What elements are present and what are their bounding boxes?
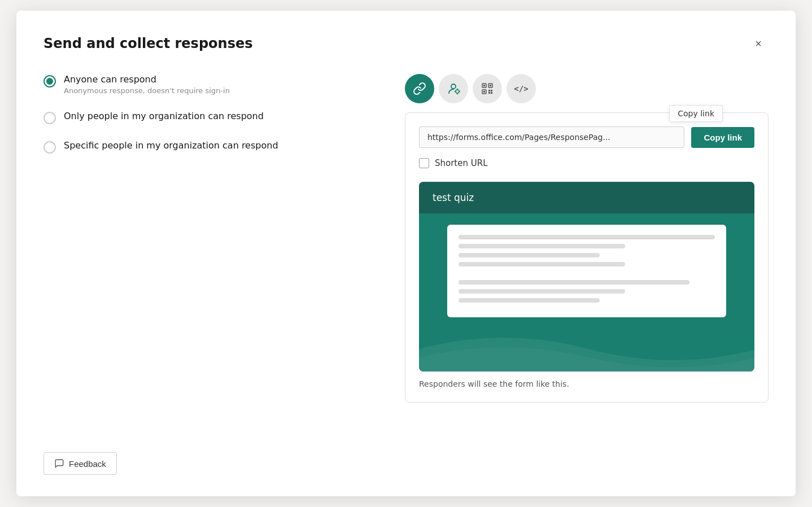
modal-header: Send and collect responses × <box>43 33 769 54</box>
radio-circle-specific <box>43 141 56 154</box>
tab-collaborate[interactable] <box>439 74 468 103</box>
preview-line-2 <box>459 244 625 248</box>
radio-org[interactable]: Only people in my organization can respo… <box>43 111 371 124</box>
right-panel: </> Copy link https://forms.office.com/P… <box>405 74 769 403</box>
preview-line-1 <box>459 235 715 239</box>
svg-rect-9 <box>491 90 492 91</box>
svg-rect-10 <box>488 92 490 94</box>
shorten-row: Shorten URL <box>419 158 754 168</box>
preview-header: test quiz <box>419 182 754 213</box>
send-collect-modal: Send and collect responses × Anyone can … <box>16 11 796 496</box>
radio-anyone-sublabel: Anonymous response, doesn't require sign… <box>64 86 230 95</box>
preview-caption: Responders will see the form like this. <box>419 379 754 388</box>
radio-org-label: Only people in my organization can respo… <box>64 111 264 121</box>
url-display: https://forms.office.com/Pages/ResponseP… <box>419 126 684 148</box>
radio-org-text: Only people in my organization can respo… <box>64 111 264 121</box>
link-icon <box>413 82 426 95</box>
preview-line-4 <box>459 262 625 266</box>
qr-icon <box>481 82 494 95</box>
tab-qr[interactable] <box>473 74 502 103</box>
preview-card: test quiz <box>419 182 754 371</box>
tab-embed[interactable]: </> <box>507 74 536 103</box>
radio-specific-text: Specific people in my organization can r… <box>64 140 278 151</box>
svg-rect-8 <box>488 90 490 91</box>
preview-line-6 <box>459 289 625 294</box>
svg-rect-3 <box>483 85 485 86</box>
copy-link-tooltip: Copy link <box>669 105 723 122</box>
svg-rect-7 <box>483 91 485 93</box>
link-panel: Copy link https://forms.office.com/Pages… <box>405 112 769 403</box>
radio-specific[interactable]: Specific people in my organization can r… <box>43 140 371 154</box>
preview-line-7 <box>459 298 600 303</box>
feedback-icon <box>54 458 64 469</box>
embed-icon: </> <box>514 84 528 93</box>
radio-specific-label: Specific people in my organization can r… <box>64 140 278 151</box>
shorten-label: Shorten URL <box>435 158 488 168</box>
radio-anyone[interactable]: Anyone can respond Anonymous response, d… <box>43 74 371 95</box>
radio-anyone-text: Anyone can respond Anonymous response, d… <box>64 74 230 95</box>
radio-anyone-label: Anyone can respond <box>64 74 230 85</box>
feedback-label: Feedback <box>69 459 106 469</box>
svg-point-1 <box>456 90 459 93</box>
preview-gap <box>459 271 715 280</box>
svg-rect-5 <box>490 85 491 86</box>
preview-content-box <box>447 225 726 317</box>
close-button[interactable]: × <box>748 33 769 54</box>
modal-title: Send and collect responses <box>43 36 253 51</box>
preview-line-5 <box>459 280 689 285</box>
preview-title: test quiz <box>433 192 741 203</box>
radio-circle-org <box>43 112 56 124</box>
preview-wave <box>419 326 754 371</box>
svg-point-0 <box>451 84 456 89</box>
left-panel: Anyone can respond Anonymous response, d… <box>43 74 371 403</box>
tab-link[interactable] <box>405 74 434 103</box>
svg-rect-11 <box>491 92 492 94</box>
copy-link-button[interactable]: Copy link <box>691 127 754 148</box>
preview-line-3 <box>459 253 600 257</box>
tab-row: </> <box>405 74 769 103</box>
url-row: https://forms.office.com/Pages/ResponseP… <box>419 126 754 148</box>
shorten-checkbox[interactable] <box>419 158 429 168</box>
preview-body <box>419 213 754 371</box>
radio-circle-anyone <box>43 75 56 88</box>
collaborate-icon <box>447 82 460 95</box>
content-area: Anyone can respond Anonymous response, d… <box>43 74 769 403</box>
feedback-button[interactable]: Feedback <box>43 452 117 475</box>
